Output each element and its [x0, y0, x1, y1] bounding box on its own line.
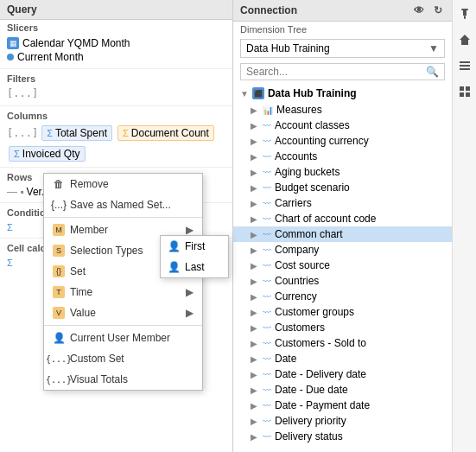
chart-icon-date-payment: 〰 — [263, 401, 271, 411]
grid-button[interactable] — [455, 82, 474, 101]
ctx-current-user[interactable]: 👤 Current User Member — [44, 328, 202, 348]
slicers-section: Slicers ▦ Calendar YQMD Month Current Mo… — [0, 20, 232, 69]
slicer-item-current-month[interactable]: Current Month — [7, 50, 225, 64]
chart-icon-delivery-status: 〰 — [263, 432, 271, 442]
value-icon: V — [53, 307, 65, 319]
connection-panel-header: Connection 👁 ↻ — [233, 0, 452, 22]
ctx-visual-totals[interactable]: {...} Visual Totals — [44, 369, 202, 390]
refresh-icon[interactable]: ↻ — [431, 3, 445, 17]
tree-item-date[interactable]: ▶ 〰 Date — [233, 351, 452, 366]
ctx-custom-set[interactable]: {...} Custom Set — [44, 348, 202, 369]
visual-totals-icon: {...} — [53, 373, 65, 385]
chart-icon-customers-sold-to: 〰 — [263, 339, 271, 348]
tree-item-delivery-status[interactable]: ▶ 〰 Delivery status — [233, 429, 452, 444]
svg-rect-8 — [466, 86, 470, 91]
ctx-value[interactable]: V Value ▶ — [44, 302, 202, 323]
svg-rect-5 — [460, 65, 470, 67]
tree-item-customers[interactable]: ▶ 〰 Customers — [233, 320, 452, 335]
list-button[interactable] — [455, 56, 474, 75]
columns-bracket: [...] — [7, 127, 38, 139]
ctx-sep1 — [44, 217, 202, 218]
tree-item-carriers[interactable]: ▶ 〰 Carriers — [233, 195, 452, 211]
tree-item-date-delivery[interactable]: ▶ 〰 Date - Delivery date — [233, 366, 452, 382]
column-invoiced-qty[interactable]: Σ Invoiced Qty — [9, 146, 86, 162]
custom-set-icon: {...} — [53, 353, 65, 365]
tree-item-delivery-priority[interactable]: ▶ 〰 Delivery priority — [233, 413, 452, 429]
conditional-sigma: Σ — [7, 222, 13, 232]
svg-rect-2 — [464, 16, 466, 19]
tree-item-currency[interactable]: ▶ 〰 Currency — [233, 289, 452, 304]
slicer-calendar-label: Calendar YQMD Month — [22, 37, 130, 49]
tree-item-accounting-currency[interactable]: ▶ 〰 Accounting currency — [233, 133, 452, 149]
tree-root-arrow: ▼ — [240, 89, 249, 99]
tree-item-aging-buckets[interactable]: ▶ 〰 Aging buckets — [233, 164, 452, 180]
tree-arrow-currency: ▶ — [251, 292, 259, 302]
tree-arrow-measures: ▶ — [251, 105, 259, 115]
sub-item-last[interactable]: 👤 Last — [161, 257, 228, 277]
pin-button[interactable] — [455, 4, 474, 23]
chart-icon-company: 〰 — [263, 245, 271, 255]
context-menu: 🗑 Remove {...} Save as Named Set... M Me… — [43, 173, 203, 391]
tree-arrow-budget-scenario: ▶ — [251, 183, 259, 193]
tree-arrow-customer-groups: ▶ — [251, 308, 259, 317]
slicer-current-month-label: Current Month — [17, 51, 84, 63]
right-toolbar — [452, 0, 476, 452]
tree-item-customers-sold-to[interactable]: ▶ 〰 Customers - Sold to — [233, 335, 452, 351]
tree-item-chart-of-account-code[interactable]: ▶ 〰 Chart of account code — [233, 211, 452, 226]
filters-label: Filters — [0, 71, 232, 86]
chart-icon-account-classes: 〰 — [263, 121, 271, 131]
ctx-remove[interactable]: 🗑 Remove — [44, 174, 202, 194]
tree-item-countries[interactable]: ▶ 〰 Countries — [233, 273, 452, 289]
chart-icon-measures: 📊 — [263, 105, 273, 115]
connection-panel: Connection 👁 ↻ Dimension Tree Data Hub T… — [233, 0, 452, 452]
svg-rect-1 — [463, 10, 466, 16]
tree-arrow-accounting-currency: ▶ — [251, 137, 259, 146]
tree-arrow-date-payment: ▶ — [251, 401, 259, 411]
tree-item-customer-groups[interactable]: ▶ 〰 Customer groups — [233, 304, 452, 320]
chart-icon-customer-groups: 〰 — [263, 308, 271, 317]
connection-title: Connection — [240, 4, 297, 16]
ctx-time[interactable]: T Time ▶ — [44, 282, 202, 302]
tree-arrow-delivery-status: ▶ — [251, 432, 259, 442]
svg-rect-7 — [460, 86, 464, 91]
tree-arrow-delivery-priority: ▶ — [251, 417, 259, 426]
chart-icon-common-chart: 〰 — [263, 230, 271, 239]
tree-item-cost-source[interactable]: ▶ 〰 Cost source — [233, 258, 452, 273]
time-arrow: ▶ — [186, 286, 194, 298]
tree-item-account-classes[interactable]: ▶ 〰 Account classes — [233, 118, 452, 133]
data-hub-dropdown[interactable]: Data Hub Training ▼ — [240, 39, 445, 58]
tree-arrow-customers-sold-to: ▶ — [251, 339, 259, 348]
chart-icon-accounting-currency: 〰 — [263, 137, 271, 146]
tree-item-company[interactable]: ▶ 〰 Company — [233, 242, 452, 258]
tree-item-date-due[interactable]: ▶ 〰 Date - Due date — [233, 382, 452, 398]
column-document-count[interactable]: Σ Document Count — [117, 125, 214, 141]
tree-arrow-cost-source: ▶ — [251, 261, 259, 271]
columns-row: [...] Σ Total Spent Σ Document Count — [0, 123, 232, 143]
tree-arrow-accounts: ▶ — [251, 152, 259, 162]
tree-root-item[interactable]: ▼ ⬛ Data Hub Training — [233, 85, 452, 102]
tree-arrow-date: ▶ — [251, 354, 259, 364]
calendar-icon: ▦ — [7, 37, 19, 49]
tree-item-accounts[interactable]: ▶ 〰 Accounts — [233, 149, 452, 164]
search-input[interactable] — [246, 66, 426, 78]
sub-user-icon-last: 👤 — [168, 261, 181, 273]
tree-arrow-aging-buckets: ▶ — [251, 168, 259, 177]
tree-item-common-chart[interactable]: ▶ 〰 Common chart — [233, 226, 452, 242]
eye-icon[interactable]: 👁 — [411, 3, 427, 17]
home-button[interactable] — [455, 30, 474, 49]
tree-item-budget-scenario[interactable]: ▶ 〰 Budget scenario — [233, 180, 452, 195]
slicer-item-calendar[interactable]: ▦ Calendar YQMD Month — [7, 36, 225, 50]
value-arrow: ▶ — [186, 307, 194, 319]
tree-item-date-payment[interactable]: ▶ 〰 Date - Payment date — [233, 398, 452, 413]
chart-icon-budget-scenario: 〰 — [263, 183, 271, 193]
sigma-icon-blue: Σ — [47, 128, 53, 138]
tree-item-measures[interactable]: ▶ 📊 Measures — [233, 102, 452, 118]
cell-calc-sigma: Σ — [7, 258, 13, 268]
sub-item-first[interactable]: 👤 First — [161, 236, 228, 257]
user-icon: 👤 — [53, 332, 65, 344]
chart-icon-date-delivery: 〰 — [263, 370, 271, 379]
column-total-spent[interactable]: Σ Total Spent — [41, 125, 112, 141]
ctx-save-named-set[interactable]: {...} Save as Named Set... — [44, 194, 202, 215]
svg-rect-0 — [461, 9, 468, 10]
member-arrow: ▶ — [186, 224, 194, 236]
